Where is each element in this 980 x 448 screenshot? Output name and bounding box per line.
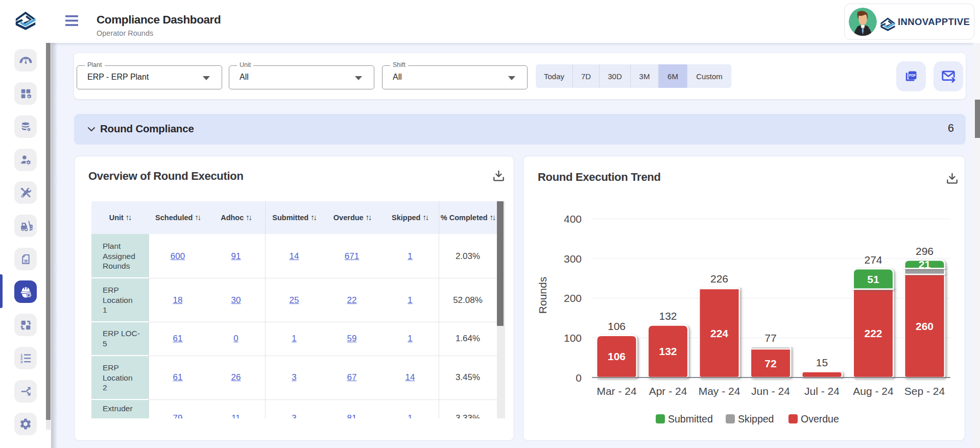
svg-text:106: 106 <box>608 320 626 332</box>
svg-text:Submitted: Submitted <box>668 413 713 425</box>
svg-text:77: 77 <box>764 332 776 344</box>
svg-text:72: 72 <box>764 358 776 369</box>
svg-text:222: 222 <box>864 327 882 339</box>
svg-text:51: 51 <box>867 273 879 285</box>
svg-text:Mar - 24: Mar - 24 <box>596 385 637 397</box>
svg-text:274: 274 <box>864 254 882 266</box>
svg-text:May - 24: May - 24 <box>699 385 740 397</box>
svg-text:132: 132 <box>659 345 677 357</box>
svg-text:Overdue: Overdue <box>801 413 839 425</box>
svg-text:0: 0 <box>576 372 582 384</box>
svg-text:Rounds: Rounds <box>537 277 548 314</box>
svg-text:15: 15 <box>816 357 828 368</box>
svg-text:Aug - 24: Aug - 24 <box>853 385 894 397</box>
svg-text:Skipped: Skipped <box>738 413 774 425</box>
svg-text:106: 106 <box>608 350 626 362</box>
svg-text:Jun - 24: Jun - 24 <box>751 385 790 397</box>
svg-text:226: 226 <box>710 273 728 285</box>
svg-text:300: 300 <box>564 253 582 265</box>
svg-text:Sep - 24: Sep - 24 <box>904 385 945 397</box>
svg-text:PDF: PDF <box>909 74 916 77</box>
svg-text:Apr - 24: Apr - 24 <box>649 385 687 397</box>
svg-text:21: 21 <box>919 258 931 270</box>
svg-text:296: 296 <box>916 245 934 257</box>
svg-text:100: 100 <box>564 332 582 344</box>
svg-text:400: 400 <box>564 213 582 225</box>
svg-text:200: 200 <box>564 292 582 304</box>
svg-text:3: 3 <box>20 360 23 364</box>
svg-text:132: 132 <box>659 310 677 322</box>
svg-text:Jul - 24: Jul - 24 <box>804 385 840 397</box>
svg-text:260: 260 <box>916 320 934 332</box>
svg-text:224: 224 <box>710 327 728 339</box>
